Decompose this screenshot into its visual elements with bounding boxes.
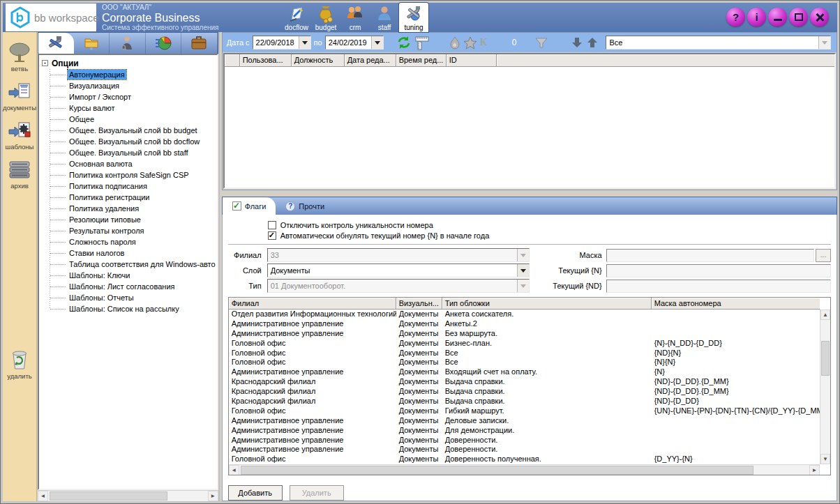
sidebar-item-documents[interactable]: документы [3, 81, 36, 112]
date-from-dropdown-button[interactable] [299, 36, 310, 49]
star-button[interactable] [463, 36, 477, 49]
date-to-combo[interactable]: 24/02/2019 [325, 36, 384, 49]
maximize-button[interactable] [789, 8, 808, 26]
table-row[interactable]: Краснодарский филиал Документы Выдача сп… [229, 377, 820, 387]
tab-tools[interactable] [38, 33, 74, 54]
scroll-left-icon[interactable]: ◄ [38, 491, 48, 501]
table-row[interactable]: Административное управление Документы До… [229, 436, 820, 445]
tab-explorer[interactable] [74, 33, 110, 54]
tab-search-person[interactable] [110, 33, 146, 54]
tab-read[interactable]: ? Прочти [276, 197, 334, 215]
move-up-button[interactable] [586, 36, 599, 49]
grid-vscrollbar[interactable]: ▲ ▼ [820, 310, 830, 464]
tree-item[interactable]: Ставки налогов [42, 247, 217, 259]
tree-item[interactable]: Общее [42, 114, 217, 125]
sidebar-item-archive[interactable]: архив [8, 159, 31, 190]
column-header-user[interactable]: Пользова... [240, 54, 292, 67]
scroll-thumb[interactable] [50, 491, 167, 501]
table-row[interactable]: Административное управление Документы Бе… [229, 329, 820, 339]
table-row[interactable]: Краснодарский филиал Документы Выдача сп… [229, 397, 820, 406]
tree-item[interactable]: Шаблоны: Список на рассылку [42, 303, 217, 314]
table-row[interactable]: Головной офис Документы Все {ND}{N} [229, 349, 820, 358]
scroll-right-icon[interactable]: ► [809, 465, 820, 475]
move-down-button[interactable] [571, 36, 583, 49]
scroll-track[interactable] [48, 491, 208, 501]
scroll-thumb[interactable] [241, 466, 754, 475]
table-row[interactable]: Административное управление Документы Ан… [229, 319, 820, 329]
column-header-visual-layer[interactable]: Визуальн... [396, 298, 442, 310]
tree-item[interactable]: Политика контроля SafeSign CSP [42, 169, 217, 181]
close-button[interactable] [810, 8, 829, 26]
column-header-position[interactable]: Должность [292, 54, 345, 67]
tree-item[interactable]: Резолюции типовые [42, 214, 217, 225]
date-from-combo[interactable]: 22/09/2018 [253, 36, 311, 49]
tree-item[interactable]: Политика подписания [42, 181, 217, 192]
tree-item[interactable]: Визуализация [42, 80, 217, 91]
layer-dropdown-button[interactable] [517, 264, 529, 277]
column-header-cover-type[interactable]: Тип обложки [442, 298, 652, 310]
tree-item[interactable]: Автонумерация [42, 69, 217, 80]
sidebar-item-templates[interactable]: шаблоны [6, 120, 34, 151]
module-budget[interactable]: budget [311, 3, 340, 32]
table-row[interactable]: Административное управление Документы Дл… [229, 426, 820, 436]
tree-item[interactable]: Таблица соответствия для Windows-авто [42, 259, 217, 270]
module-crm[interactable]: crm [340, 3, 370, 32]
tree-item[interactable]: Политика регистрации [42, 192, 217, 203]
tree-item[interactable]: Импорт / Экспорт [42, 91, 217, 102]
filter-dropdown-button[interactable] [818, 36, 830, 49]
auto-reset-checkbox[interactable] [268, 231, 276, 240]
layer-combo[interactable]: Документы [267, 264, 530, 277]
module-staff[interactable]: staff [370, 3, 399, 32]
tree-item[interactable]: Общее. Визуальный слой bb staff [42, 147, 217, 158]
refresh-button[interactable] [396, 36, 412, 49]
module-docflow[interactable]: docflow [282, 3, 311, 32]
date-to-value[interactable]: 24/02/2019 [326, 36, 371, 49]
table-row[interactable]: Отдел развития Информационных технологий… [229, 310, 820, 319]
tree-item[interactable]: Шаблоны: Ключи [42, 270, 217, 281]
tree-item[interactable]: Общее. Визуальный слой bb docflow [42, 136, 217, 147]
scroll-track[interactable] [239, 465, 809, 475]
scroll-thumb[interactable] [821, 341, 830, 376]
table-row[interactable]: Головной офис Документы Все {N}{N} [229, 358, 820, 367]
table-row[interactable]: Головной офис Документы Гибкий маршрут. … [229, 406, 820, 416]
k-button[interactable]: К [480, 37, 487, 48]
tree-item[interactable]: Результаты контроля [42, 225, 217, 236]
filter-combo-value[interactable]: Все [606, 36, 818, 49]
add-button[interactable]: Добавить [228, 485, 283, 501]
disable-uniqueness-checkbox[interactable] [268, 221, 276, 229]
layer-value[interactable]: Документы [268, 264, 517, 277]
column-header-id[interactable]: ID [447, 54, 497, 67]
tree-item[interactable]: Шаблоны: Лист согласования [42, 281, 217, 292]
grid-hscrollbar[interactable]: ◄ ► [229, 464, 820, 475]
tab-briefcase[interactable] [181, 33, 218, 54]
scroll-right-icon[interactable]: ► [208, 491, 218, 501]
scroll-left-icon[interactable]: ◄ [229, 465, 239, 475]
date-to-dropdown-button[interactable] [371, 36, 383, 49]
column-header-edit-time[interactable]: Время ред... [396, 54, 447, 67]
table-row[interactable]: Головной офис Документы Доверенность пол… [229, 455, 820, 464]
table-row[interactable]: Административное управление Документы До… [229, 445, 820, 455]
tree-hscrollbar[interactable]: ◄ ► [38, 490, 218, 501]
table-row[interactable]: Административное управление Документы Вх… [229, 367, 820, 377]
column-header-mask[interactable]: Маска автономера [652, 298, 820, 310]
table-row[interactable]: Административное управление Документы Де… [229, 416, 820, 426]
ruler-button[interactable] [414, 35, 430, 50]
tree-expander-icon[interactable]: - [42, 60, 48, 66]
table-row[interactable]: Головной офис Документы Бизнес-план. {N}… [229, 339, 820, 349]
mask-browse-button[interactable]: ... [816, 249, 831, 262]
tab-reports[interactable] [146, 33, 182, 54]
tree-item[interactable]: Сложность пароля [42, 236, 217, 247]
filter-combo[interactable]: Все [606, 36, 831, 49]
tree-item[interactable]: Основная валюта [42, 158, 217, 169]
tree-item[interactable]: Шаблоны: Отчеты [42, 292, 217, 303]
sidebar-item-delete[interactable]: удалить [7, 348, 31, 380]
scroll-down-icon[interactable]: ▼ [820, 454, 830, 464]
tree-item[interactable]: Политика удаления [42, 203, 217, 214]
table-row[interactable]: Краснодарский филиал Документы Выдача сп… [229, 387, 820, 397]
column-header-filial[interactable]: Филиал [229, 298, 396, 310]
scroll-up-icon[interactable]: ▲ [820, 310, 830, 320]
tab-flags[interactable]: ✓ Флаги [223, 197, 276, 215]
tree-item[interactable]: Общее. Визуальный слой bb budget [42, 125, 217, 136]
module-tuning[interactable]: tuning [399, 3, 428, 32]
flame-button[interactable] [449, 36, 460, 49]
